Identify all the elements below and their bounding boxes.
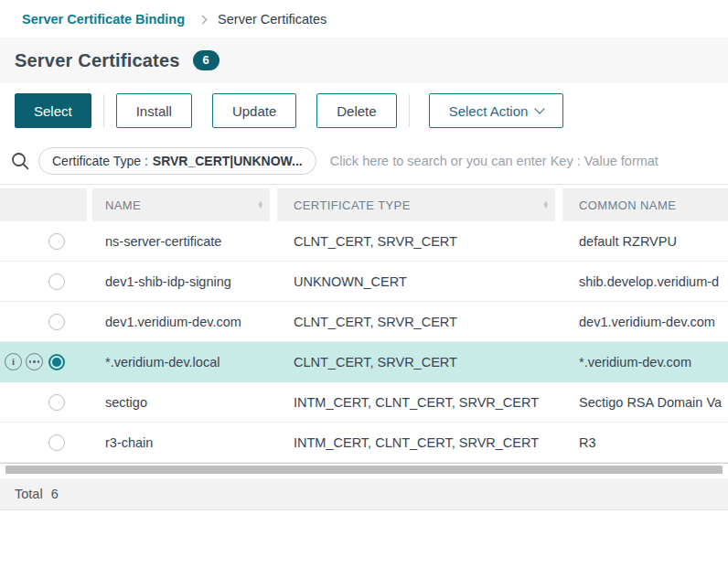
table-row[interactable]: dev1.veridium-dev.com CLNT_CERT, SRVR_CE…	[0, 302, 728, 342]
cell-common-name: dev1.veridium-dev.com	[562, 315, 728, 329]
header-cell-name[interactable]: NAME ▲▼	[92, 188, 270, 221]
total-label: Total	[15, 487, 43, 501]
search-icon	[9, 150, 31, 172]
total-value: 6	[51, 487, 59, 501]
column-label-certificate-type: CERTIFICATE TYPE	[294, 198, 411, 212]
toolbar: Select Install Update Delete Select Acti…	[0, 83, 728, 137]
cell-name: *.veridium-dev.local	[92, 355, 270, 370]
cell-common-name: default RZRVPU	[562, 234, 728, 249]
row-radio[interactable]	[48, 314, 65, 330]
cell-common-name: shib.develop.veridium-d	[562, 274, 728, 289]
toolbar-divider	[103, 94, 104, 127]
filter-chip-certificate-type[interactable]: Certificate Type : SRVR_CERT|UNKNOW...	[38, 147, 316, 175]
page-title: Server Certificates	[15, 50, 180, 71]
table-footer: Total 6	[0, 478, 728, 510]
search-input-placeholder[interactable]: Click here to search or you can enter Ke…	[330, 154, 658, 168]
select-action-dropdown[interactable]: Select Action	[429, 93, 564, 128]
breadcrumb-current: Server Certificates	[218, 12, 327, 27]
cell-certificate-type: CLNT_CERT, SRVR_CERT	[277, 315, 555, 329]
info-icon[interactable]: i	[5, 353, 22, 370]
search-bar[interactable]: Certificate Type : SRVR_CERT|UNKNOW... C…	[0, 137, 728, 185]
update-button[interactable]: Update	[212, 93, 296, 128]
cell-name: r3-chain	[92, 435, 270, 450]
row-radio-checked[interactable]	[48, 354, 65, 370]
table-row-selected[interactable]: i *.veridium-dev.local CLNT_CERT, SRVR_C…	[0, 342, 728, 382]
header-cell-selector	[0, 188, 87, 221]
cell-certificate-type: UNKNOWN_CERT	[277, 274, 555, 289]
count-badge: 6	[193, 50, 219, 70]
more-actions-icon[interactable]	[26, 353, 43, 370]
table-row[interactable]: sectigo INTM_CERT, CLNT_CERT, SRVR_CERT …	[0, 382, 728, 423]
chevron-right-icon	[198, 15, 208, 24]
scrollbar-thumb[interactable]	[5, 466, 723, 474]
chevron-down-icon	[535, 103, 545, 113]
table-row[interactable]: dev1-shib-idp-signing UNKNOWN_CERT shib.…	[0, 262, 728, 302]
table-header: NAME ▲▼ CERTIFICATE TYPE ▲▼ COMMON NAME	[0, 188, 728, 221]
cell-certificate-type: CLNT_CERT, SRVR_CERT	[277, 355, 555, 370]
cell-certificate-type: INTM_CERT, CLNT_CERT, SRVR_CERT	[277, 435, 555, 450]
cell-name: ns-server-certificate	[92, 234, 270, 249]
table-bottom-border	[0, 463, 728, 464]
cell-common-name: *.veridium-dev.com	[562, 355, 728, 370]
filter-chip-key: Certificate Type :	[52, 154, 148, 168]
column-label-name: NAME	[105, 198, 141, 212]
row-radio[interactable]	[48, 394, 65, 411]
header-cell-common-name[interactable]: COMMON NAME	[562, 188, 728, 221]
column-label-common-name: COMMON NAME	[579, 198, 676, 212]
filter-chip-value: SRVR_CERT|UNKNOW...	[153, 154, 303, 168]
table-row[interactable]: ns-server-certificate CLNT_CERT, SRVR_CE…	[0, 221, 728, 262]
select-action-label: Select Action	[449, 103, 529, 119]
cell-name: dev1-shib-idp-signing	[92, 274, 270, 289]
header-cell-certificate-type[interactable]: CERTIFICATE TYPE ▲▼	[277, 188, 555, 221]
cell-certificate-type: INTM_CERT, CLNT_CERT, SRVR_CERT	[277, 395, 555, 410]
row-radio[interactable]	[48, 233, 65, 250]
horizontal-scrollbar[interactable]	[0, 466, 728, 475]
delete-button[interactable]: Delete	[316, 93, 396, 128]
cell-common-name: R3	[562, 435, 728, 450]
page-header: Server Certificates 6	[0, 38, 728, 83]
select-button[interactable]: Select	[15, 93, 91, 128]
cell-name: sectigo	[92, 395, 270, 410]
row-radio[interactable]	[48, 273, 65, 290]
breadcrumb: Server Certificate Binding Server Certif…	[0, 0, 728, 38]
cell-common-name: Sectigo RSA Domain Va	[562, 395, 728, 410]
breadcrumb-parent-link[interactable]: Server Certificate Binding	[22, 12, 185, 27]
table-row[interactable]: r3-chain INTM_CERT, CLNT_CERT, SRVR_CERT…	[0, 423, 728, 463]
cell-certificate-type: CLNT_CERT, SRVR_CERT	[277, 234, 555, 249]
cell-name: dev1.veridium-dev.com	[92, 315, 270, 329]
install-button[interactable]: Install	[116, 93, 192, 128]
sort-icon[interactable]: ▲▼	[257, 201, 264, 209]
sort-icon[interactable]: ▲▼	[542, 201, 550, 209]
row-radio[interactable]	[48, 434, 65, 451]
toolbar-divider	[409, 94, 410, 127]
